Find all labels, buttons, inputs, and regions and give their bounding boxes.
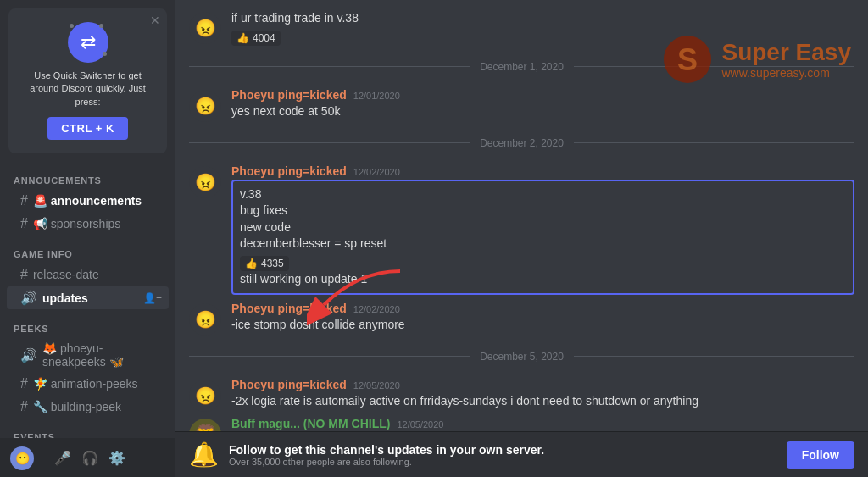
channel-name: 🚨 announcements [33,194,142,208]
arrows-icon: ⇄ [81,31,96,53]
timestamp: 12/05/2020 [397,419,443,430]
message-content: Phoeyu ping=kicked 12/02/2020 -ice stomp… [231,302,854,336]
message-group: 😠 Phoeyu ping=kicked 12/01/2020 yes next… [189,86,854,124]
message-group: 😠 Phoeyu ping=kicked 12/05/2020 -2x logi… [189,376,854,413]
avatar: 😠 [189,303,221,336]
hash-icon: # [20,193,28,208]
message-content: Phoeyu ping=kicked 12/02/2020 v.38 bug f… [231,164,854,297]
date-divider-dec5: December 5, 2020 [189,351,854,363]
dot-decoration [99,24,103,28]
svg-text:S: S [677,42,698,77]
channel-updates[interactable]: 🔊 updates 👤+ [7,286,169,309]
message-text: -ice stomp dosnt collide anymore [231,317,854,334]
sidebar-bottom: 😶 🎤 🎧 ⚙️ [0,438,175,477]
speaker-icon: 🔊 [20,347,37,363]
message-group: 😠 Phoeyu ping=kicked 12/02/2020 -ice sto… [189,300,854,337]
watermark: S Super Easy www.supereasy.com [662,34,851,85]
avatar: 😠 [189,12,221,44]
message-line-2: bug fixes [240,202,846,219]
thumbsup-emoji: 👍 [245,258,258,269]
speaker-icon: 🔊 [20,290,37,306]
sidebar: ✕ ⇄ Use Quick Switcher to get around Dis… [0,0,175,477]
quick-switcher-icon: ⇄ [68,22,108,63]
reaction: 👍 4335 [240,256,289,271]
message-content: Phoeyu ping=kicked 12/01/2020 yes next c… [231,88,854,122]
message-header: Phoeyu ping=kicked 12/05/2020 [231,378,854,391]
follow-title: Follow to get this channel's updates in … [229,443,787,457]
quick-switcher-popup: ✕ ⇄ Use Quick Switcher to get around Dis… [8,8,167,153]
reaction-count: 4004 [253,32,275,44]
username: Phoeyu ping=kicked [231,164,347,178]
close-icon[interactable]: ✕ [150,14,160,27]
message-line-1: v.38 [240,186,846,203]
reaction-count: 4335 [261,258,284,269]
quick-switcher-description: Use Quick Switcher to get around Discord… [22,69,153,108]
username: Phoeyu ping=kicked [231,302,347,315]
channel-name: 🦊 phoeyu-sneakpeeks 🦋 [42,341,162,369]
message-header: Phoeyu ping=kicked 12/02/2020 [231,164,854,178]
dot-decoration [103,52,107,56]
channel-name: 🧚 animation-peeks [33,377,138,391]
user-avatar: 😶 [10,446,34,470]
follow-subtitle: Over 35,000 other people are also follow… [229,457,787,467]
settings-icon[interactable]: ⚙️ [108,450,125,466]
channel-building-peek[interactable]: # 🔧 building-peek [7,396,169,418]
timestamp: 12/05/2020 [353,380,400,391]
highlighted-message-box: v.38 bug fixes new code decemberblesser … [231,180,854,295]
timestamp: 12/01/2020 [353,91,400,101]
watermark-url: www.supereasy.com [721,66,851,80]
follow-text: Follow to get this channel's updates in … [229,443,787,467]
hash-icon: # [20,267,28,282]
message-text: yes next code at 50k [231,103,854,120]
message-line-3: new code [240,219,846,236]
reaction: 👍 4004 [231,31,281,46]
watermark-text-container: Super Easy www.supereasy.com [721,39,851,80]
timestamp: 12/02/2020 [353,304,400,314]
channel-name: 🔧 building-peek [33,400,121,413]
add-member-icon[interactable]: 👤+ [143,292,162,304]
channel-name: 📢 sponsorships [33,217,120,230]
channel-name: release-date [33,268,99,281]
hash-icon: # [20,216,28,231]
message-header: Buff magu... (NO MM CHILL) 12/05/2020 [231,417,854,430]
section-events: EVENTS [0,419,175,438]
ctrl-k-button[interactable]: CTRL + K [47,117,128,140]
follow-button[interactable]: Follow [787,441,854,469]
section-announcements: ANNOUCEMENTS [0,162,175,189]
username: Phoeyu ping=kicked [231,88,347,102]
message-group-highlighted: 😠 Phoeyu ping=kicked 12/02/2020 v.38 bug… [189,163,854,298]
message-line-4: decemberblesser = sp reset [240,236,846,252]
hash-icon: # [20,376,28,391]
watermark-logo-svg: S [662,34,713,85]
message-header: Phoeyu ping=kicked 12/02/2020 [231,302,854,315]
main-chat: S Super Easy www.supereasy.com 😠 if ur t… [175,0,868,477]
channel-sponsorships[interactable]: # 📢 sponsorships [7,213,169,235]
message-line-5: still working on update 1 [240,271,846,288]
channel-animation-peeks[interactable]: # 🧚 animation-peeks [7,373,169,395]
mic-icon[interactable]: 🎤 [54,450,71,466]
message-header: Phoeyu ping=kicked 12/01/2020 [231,88,854,102]
message-text: -2x logia rate is automaily active on fr… [231,393,854,410]
hash-icon: # [20,399,28,414]
date-label: December 5, 2020 [480,351,564,363]
date-label: December 2, 2020 [480,137,564,149]
channel-list: ANNOUCEMENTS # 🚨 announcements # 📢 spons… [0,162,175,438]
avatar: 😠 [189,90,221,122]
channel-name: updates [42,291,88,305]
date-divider-dec2: December 2, 2020 [189,137,854,149]
bell-icon: 🔔 [189,441,219,469]
section-game-info: GAME INFO [0,236,175,263]
follow-banner: 🔔 Follow to get this channel's updates i… [175,431,868,477]
avatar: 😠 [189,380,221,412]
username: Buff magu... (NO MM CHILL) [231,417,390,430]
channel-release-date[interactable]: # release-date [7,263,169,286]
username: Phoeyu ping=kicked [231,378,347,391]
channel-sneakpeeks[interactable]: 🔊 🦊 phoeyu-sneakpeeks 🦋 [7,338,169,372]
timestamp: 12/02/2020 [353,167,400,177]
watermark-title: Super Easy [721,39,851,66]
message-content: Phoeyu ping=kicked 12/05/2020 -2x logia … [231,378,854,412]
avatar: 😠 [189,166,221,198]
message-text: if ur trading trade in v.38 [231,10,854,27]
headphone-icon[interactable]: 🎧 [81,450,98,466]
channel-announcements[interactable]: # 🚨 announcements [7,190,169,212]
